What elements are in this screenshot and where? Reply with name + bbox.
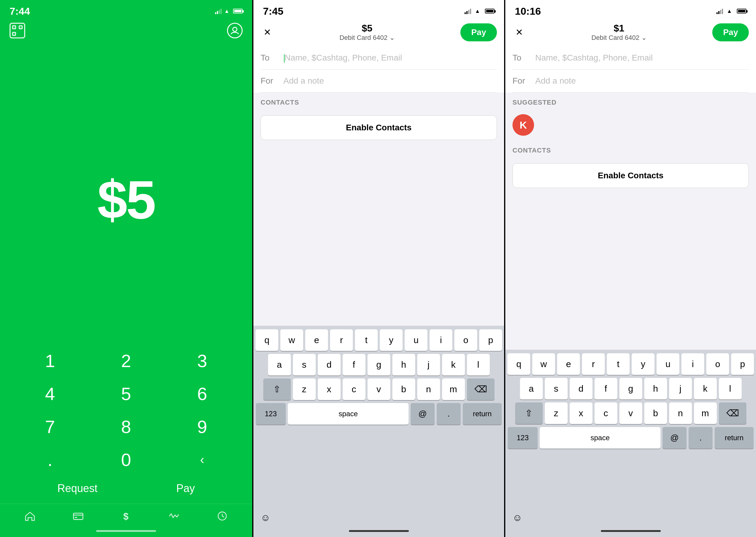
key-n-2[interactable]: n (417, 379, 440, 400)
key-w-2[interactable]: w (280, 329, 303, 351)
key-r-2[interactable]: r (330, 329, 353, 351)
key-at-3[interactable]: @ (662, 427, 687, 449)
shift-key-3[interactable]: ⇧ (515, 402, 543, 424)
key-j-2[interactable]: j (417, 354, 440, 376)
key-f-3[interactable]: f (594, 378, 617, 399)
return-key-2[interactable]: return (463, 403, 502, 425)
key-1[interactable]: 1 (12, 344, 88, 377)
key-at-2[interactable]: @ (411, 403, 435, 425)
nav-dollar[interactable]: $ (120, 510, 132, 522)
key-h-3[interactable]: h (644, 378, 667, 399)
shift-key-2[interactable]: ⇧ (263, 379, 291, 400)
key-h-2[interactable]: h (393, 354, 415, 376)
key-n-3[interactable]: n (669, 402, 692, 424)
nav-home[interactable] (24, 510, 36, 522)
key-v-3[interactable]: v (620, 402, 642, 424)
key-t-3[interactable]: t (607, 353, 629, 375)
emoji-icon-2[interactable]: ☺ (261, 512, 271, 523)
key-x-3[interactable]: x (570, 402, 592, 424)
key-q-3[interactable]: q (508, 353, 530, 375)
close-button-3[interactable]: ✕ (512, 26, 526, 39)
delete-key-2[interactable]: ⌫ (467, 379, 495, 400)
key-3[interactable]: 3 (164, 344, 240, 377)
pay-button-2[interactable]: Pay (460, 23, 497, 41)
request-button[interactable]: Request (57, 482, 97, 495)
enable-contacts-button-3[interactable]: Enable Contacts (512, 163, 749, 188)
key-6[interactable]: 6 (164, 377, 240, 410)
key-o-2[interactable]: o (454, 329, 477, 351)
key-c-3[interactable]: c (594, 402, 617, 424)
for-input-2[interactable]: Add a note (284, 76, 324, 86)
pay-button-main[interactable]: Pay (176, 482, 195, 495)
key-dot[interactable]: . (12, 443, 88, 476)
key-a-2[interactable]: a (268, 354, 291, 376)
key-r-3[interactable]: r (582, 353, 605, 375)
key-m-3[interactable]: m (694, 402, 717, 424)
key-f-2[interactable]: f (343, 354, 365, 376)
key-s-2[interactable]: s (293, 354, 316, 376)
return-key-3[interactable]: return (715, 427, 754, 449)
key-123-3[interactable]: 123 (508, 427, 538, 449)
key-dot-2[interactable]: . (437, 403, 461, 425)
key-z-3[interactable]: z (545, 402, 568, 424)
key-4[interactable]: 4 (12, 377, 88, 410)
profile-icon[interactable] (227, 23, 243, 38)
header-card-2[interactable]: Debit Card 6402 ⌄ (339, 34, 395, 42)
key-b-2[interactable]: b (393, 379, 415, 400)
nav-activity[interactable] (168, 510, 180, 522)
emoji-icon-3[interactable]: ☺ (512, 512, 522, 523)
enable-contacts-button-2[interactable]: Enable Contacts (261, 115, 497, 140)
for-input-3[interactable]: Add a note (535, 76, 576, 86)
space-bar-2[interactable]: space (288, 403, 408, 425)
pay-button-3[interactable]: Pay (712, 23, 749, 41)
key-y-2[interactable]: y (380, 329, 402, 351)
key-i-3[interactable]: i (681, 353, 704, 375)
key-s-3[interactable]: s (545, 378, 568, 399)
key-m-2[interactable]: m (442, 379, 465, 400)
key-a-3[interactable]: a (520, 378, 543, 399)
key-9[interactable]: 9 (164, 410, 240, 443)
key-b-3[interactable]: b (644, 402, 667, 424)
key-123-2[interactable]: 123 (256, 403, 286, 425)
key-d-2[interactable]: d (318, 354, 341, 376)
key-t-2[interactable]: t (355, 329, 378, 351)
key-j-3[interactable]: j (669, 378, 692, 399)
key-e-3[interactable]: e (557, 353, 580, 375)
key-i-2[interactable]: i (430, 329, 452, 351)
to-input-3[interactable]: Name, $Cashtag, Phone, Email (535, 53, 653, 62)
key-k-2[interactable]: k (442, 354, 465, 376)
key-l-3[interactable]: l (719, 378, 741, 399)
key-7[interactable]: 7 (12, 410, 88, 443)
key-q-2[interactable]: q (255, 329, 278, 351)
nav-card[interactable] (72, 510, 84, 522)
nav-clock[interactable] (216, 510, 228, 522)
key-v-2[interactable]: v (367, 379, 390, 400)
key-y-3[interactable]: y (632, 353, 655, 375)
key-x-2[interactable]: x (318, 379, 341, 400)
key-dot-3[interactable]: . (689, 427, 713, 449)
key-8[interactable]: 8 (88, 410, 164, 443)
key-o-3[interactable]: o (706, 353, 729, 375)
key-u-2[interactable]: u (405, 329, 428, 351)
key-k-3[interactable]: k (694, 378, 717, 399)
key-0[interactable]: 0 (88, 443, 164, 476)
header-card-3[interactable]: Debit Card 6402 ⌄ (591, 34, 646, 42)
key-e-2[interactable]: e (305, 329, 328, 351)
space-bar-3[interactable]: space (540, 427, 661, 449)
key-c-2[interactable]: c (343, 379, 365, 400)
suggested-avatar-3[interactable]: K (512, 114, 534, 136)
key-5[interactable]: 5 (88, 377, 164, 410)
delete-key-3[interactable]: ⌫ (719, 402, 746, 424)
key-z-2[interactable]: z (293, 379, 316, 400)
key-backspace[interactable]: ‹ (164, 443, 240, 476)
key-2[interactable]: 2 (88, 344, 164, 377)
key-p-3[interactable]: p (731, 353, 754, 375)
key-l-2[interactable]: l (467, 354, 490, 376)
key-u-3[interactable]: u (657, 353, 679, 375)
key-g-2[interactable]: g (367, 354, 390, 376)
key-g-3[interactable]: g (620, 378, 642, 399)
to-input-2[interactable]: Name, $Cashtag, Phone, Email (284, 53, 402, 62)
close-button-2[interactable]: ✕ (261, 26, 274, 39)
scan-icon[interactable] (10, 23, 25, 38)
key-d-3[interactable]: d (570, 378, 592, 399)
